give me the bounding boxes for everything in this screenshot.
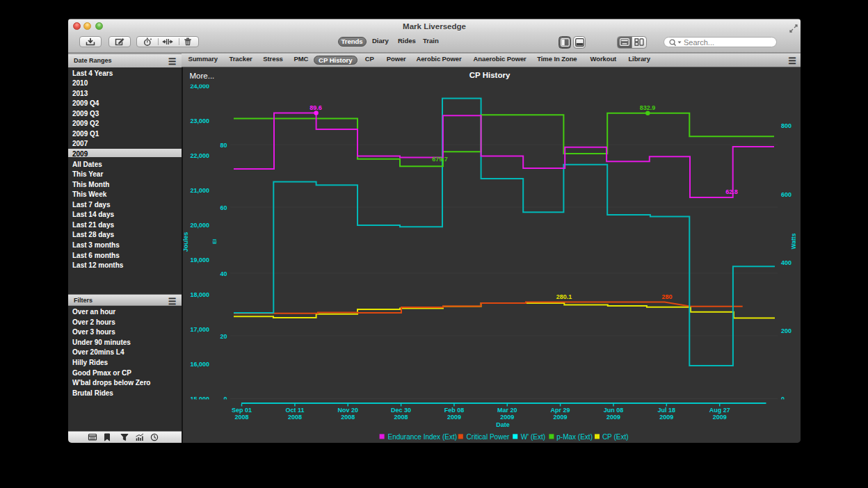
svg-text:19,000: 19,000 xyxy=(190,257,209,263)
svg-text:20,000: 20,000 xyxy=(190,222,209,229)
svg-text:2008: 2008 xyxy=(394,414,408,421)
svg-text:600: 600 xyxy=(781,191,791,198)
svg-text:Jul 18: Jul 18 xyxy=(658,407,676,414)
svg-text:80: 80 xyxy=(220,142,227,149)
svg-text:22,000: 22,000 xyxy=(190,152,209,159)
svg-text:832.9: 832.9 xyxy=(640,104,656,111)
svg-text:Aug 27: Aug 27 xyxy=(709,407,730,414)
svg-text:2009: 2009 xyxy=(554,414,568,421)
svg-text:2008: 2008 xyxy=(288,414,302,421)
svg-text:Watts: Watts xyxy=(790,233,797,249)
svg-text:2009: 2009 xyxy=(713,414,727,421)
svg-text:Joules: Joules xyxy=(183,232,189,252)
svg-text:Oct 11: Oct 11 xyxy=(285,407,304,414)
svg-text:40: 40 xyxy=(220,270,227,277)
svg-text:Sep 01: Sep 01 xyxy=(232,407,252,414)
svg-text:2009: 2009 xyxy=(659,414,673,421)
svg-text:Mar 20: Mar 20 xyxy=(497,407,517,414)
svg-text:200: 200 xyxy=(781,327,791,334)
svg-text:2008: 2008 xyxy=(341,414,355,421)
svg-text:Endurance Index (Ext): Endurance Index (Ext) xyxy=(388,433,458,441)
svg-text:Apr 29: Apr 29 xyxy=(551,407,570,414)
svg-text:16,000: 16,000 xyxy=(190,361,209,368)
svg-text:280.1: 280.1 xyxy=(556,293,572,300)
svg-text:CP (Ext): CP (Ext) xyxy=(602,433,629,441)
svg-text:17,000: 17,000 xyxy=(190,326,209,333)
svg-text:2009: 2009 xyxy=(447,414,461,421)
svg-text:Nov 20: Nov 20 xyxy=(337,407,358,414)
svg-text:W' (Ext): W' (Ext) xyxy=(521,433,545,441)
svg-text:62.8: 62.8 xyxy=(725,188,738,195)
svg-text:20: 20 xyxy=(220,333,227,340)
svg-text:Critical Power: Critical Power xyxy=(467,433,510,441)
svg-text:679.7: 679.7 xyxy=(432,156,448,163)
svg-text:23,000: 23,000 xyxy=(190,117,209,124)
svg-text:400: 400 xyxy=(781,259,791,266)
svg-text:2009: 2009 xyxy=(500,414,514,421)
svg-text:p-Max (Ext): p-Max (Ext) xyxy=(556,433,593,441)
svg-text:0: 0 xyxy=(223,396,227,402)
svg-text:89.6: 89.6 xyxy=(310,104,322,111)
svg-text:280: 280 xyxy=(661,293,672,300)
svg-text:Feb 08: Feb 08 xyxy=(444,407,465,414)
svg-text:18,000: 18,000 xyxy=(190,291,209,298)
svg-text:15,000: 15,000 xyxy=(190,396,209,402)
svg-text:800: 800 xyxy=(781,122,791,129)
svg-text:60: 60 xyxy=(220,204,227,211)
svg-text:EI: EI xyxy=(211,239,218,244)
svg-text:2009: 2009 xyxy=(606,414,620,421)
svg-text:24,000: 24,000 xyxy=(190,83,209,90)
svg-text:More...: More... xyxy=(190,72,215,80)
svg-text:Jun 08: Jun 08 xyxy=(604,407,624,414)
svg-text:21,000: 21,000 xyxy=(190,187,209,194)
svg-text:2008: 2008 xyxy=(234,414,248,421)
svg-text:Dec 30: Dec 30 xyxy=(391,407,411,414)
svg-text:Date: Date xyxy=(496,421,510,428)
svg-text:CP History: CP History xyxy=(469,71,511,79)
svg-text:0: 0 xyxy=(781,396,785,402)
